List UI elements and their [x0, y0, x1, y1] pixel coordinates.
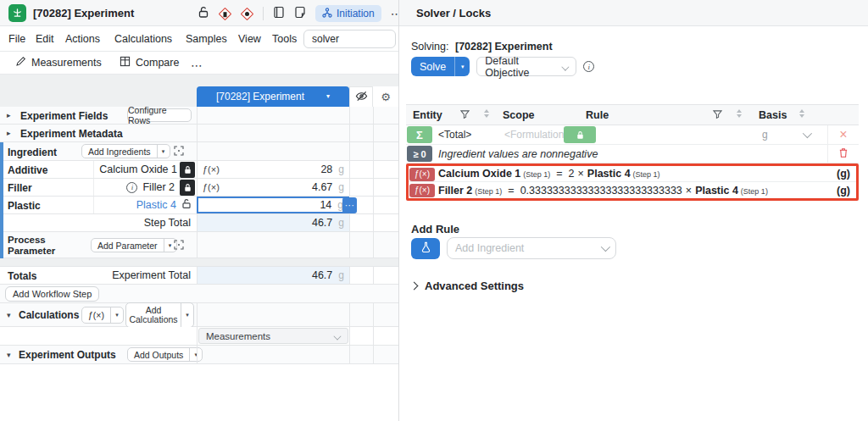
- measurements-label: Measurements: [31, 57, 102, 69]
- close-icon[interactable]: ×: [839, 128, 847, 141]
- process-parameter-label-1: Process: [8, 235, 55, 246]
- lock-icon[interactable]: [180, 162, 195, 178]
- rule-row-calcium-oxide[interactable]: ƒ(×) Calcium Oxide 1 (Step 1) = 2 × Plas…: [409, 166, 856, 182]
- ingredient-value[interactable]: 14: [320, 199, 331, 211]
- value-cell[interactable]: ƒ(×) 4.67 g: [197, 179, 349, 196]
- menu-samples[interactable]: Samples: [186, 33, 227, 45]
- add-ingredient-rule-button[interactable]: [411, 238, 440, 259]
- unit-label: g: [338, 163, 344, 175]
- experiment-fields-label[interactable]: Experiment Fields: [20, 110, 108, 122]
- fx-button[interactable]: ƒ(×) ▾: [81, 307, 124, 324]
- column-tab-experiment[interactable]: [70282] Experiment ▾: [197, 86, 349, 107]
- sheet-settings-button[interactable]: ⚙: [373, 86, 398, 107]
- unit-label: g: [338, 217, 344, 229]
- basis-select-value[interactable]: g: [762, 129, 768, 141]
- lock-icon[interactable]: [180, 180, 195, 196]
- search-input[interactable]: solver: [303, 30, 396, 48]
- value-cell-selected[interactable]: 14 g: [197, 197, 349, 213]
- menu-view[interactable]: View: [238, 33, 261, 45]
- unlock-icon[interactable]: [198, 6, 209, 21]
- hide-column-button[interactable]: [349, 86, 373, 107]
- empty-cell: [373, 267, 398, 284]
- delete-cell[interactable]: [827, 145, 859, 163]
- add-rule-label: Add Rule: [411, 223, 459, 235]
- toolbar-more-button[interactable]: ⋯: [191, 58, 203, 72]
- total-entity[interactable]: <Total>: [438, 129, 471, 141]
- solver-panel-title: Solver / Locks: [399, 0, 868, 26]
- hazard-health-icon[interactable]: [241, 8, 253, 20]
- menu-calculations[interactable]: Calculations: [114, 33, 172, 45]
- lock-rule-button[interactable]: [564, 126, 596, 143]
- row-experiment-outputs: ▾ Experiment Outputs Add Outputs ▾: [0, 346, 398, 364]
- configure-rows-button[interactable]: Configure Rows: [127, 108, 192, 122]
- remove-cell[interactable]: ×: [827, 125, 859, 144]
- add-parameter-button[interactable]: Add Parameter ▾: [91, 238, 177, 252]
- workflow-icon: [322, 8, 332, 20]
- rule-row-nonnegative: ≥ 0 Ingredient values are nonnegative: [406, 145, 859, 163]
- sort-icon[interactable]: [484, 109, 489, 118]
- chevron-down-icon[interactable]: [803, 129, 812, 138]
- expander-icon[interactable]: ▾: [7, 351, 11, 359]
- empty-cell: [349, 107, 373, 124]
- add-workflow-step-button[interactable]: Add Workflow Step: [5, 286, 99, 302]
- app-window: [70282] Experiment Initiation ⋯ File Edi…: [0, 0, 868, 421]
- cell-options-button[interactable]: ···: [342, 197, 357, 213]
- phase-badge[interactable]: Initiation: [315, 5, 381, 22]
- ingredient-value[interactable]: 28: [320, 163, 332, 175]
- scope-placeholder[interactable]: <Formulation>: [504, 129, 570, 141]
- rule-rhs: Plastic 4: [587, 168, 631, 180]
- sort-icon[interactable]: [799, 109, 804, 118]
- info-icon[interactable]: i: [126, 182, 137, 193]
- rule-lhs-step: (Step 1): [475, 187, 502, 196]
- add-calculations-label: Add Calculations: [126, 303, 181, 327]
- menu-edit[interactable]: Edit: [36, 33, 54, 45]
- expander-icon[interactable]: ▾: [7, 311, 11, 319]
- empty-cell: [349, 142, 373, 160]
- chevron-down-icon[interactable]: ▾: [157, 145, 170, 158]
- ingredient-name[interactable]: Filler 2: [142, 181, 175, 193]
- compare-button[interactable]: Compare: [120, 56, 179, 69]
- expander-icon[interactable]: ▸: [7, 129, 11, 137]
- rule-basis: (g): [837, 185, 850, 197]
- info-icon[interactable]: i: [583, 61, 594, 72]
- sort-icon[interactable]: [737, 109, 742, 118]
- measurements-select[interactable]: Measurements: [198, 328, 348, 344]
- formula-icon: ƒ(×): [203, 164, 220, 174]
- advanced-settings-toggle[interactable]: Advanced Settings: [411, 280, 524, 292]
- expand-selection-icon[interactable]: [174, 240, 184, 252]
- chevron-down-icon[interactable]: ▾: [454, 57, 470, 76]
- trash-icon[interactable]: [838, 147, 849, 161]
- add-outputs-label: Add Outputs: [128, 348, 189, 361]
- journal-icon[interactable]: [273, 6, 285, 21]
- menu-tools[interactable]: Tools: [272, 33, 297, 45]
- hazard-flame-icon[interactable]: [219, 8, 231, 20]
- formula-icon: ƒ(×): [203, 182, 220, 192]
- ingredient-name[interactable]: Calcium Oxide 1: [99, 163, 177, 175]
- ingredient-value[interactable]: 4.67: [312, 181, 332, 193]
- expander-icon[interactable]: ▸: [7, 111, 11, 119]
- value-cell[interactable]: ƒ(×) 28 g: [197, 161, 349, 178]
- notes-icon[interactable]: [294, 6, 306, 21]
- chevron-down-icon[interactable]: ▾: [110, 307, 123, 323]
- menu-actions[interactable]: Actions: [65, 33, 100, 45]
- ingredient-name-link[interactable]: Plastic 4: [136, 199, 176, 211]
- menu-file[interactable]: File: [8, 33, 25, 45]
- empty-cell: [373, 142, 398, 160]
- measurements-button[interactable]: Measurements: [15, 56, 102, 69]
- add-ingredient-select[interactable]: Add Ingredient: [447, 237, 616, 259]
- expand-selection-icon[interactable]: [174, 146, 184, 158]
- rule-row-filler[interactable]: ƒ(×) Filler 2 (Step 1) = 0.3333333333333…: [409, 182, 856, 198]
- experiment-metadata-label[interactable]: Experiment Metadata: [20, 128, 123, 140]
- filter-icon[interactable]: [460, 109, 470, 122]
- rules-table-header: Entity Scope Rule Basis: [406, 104, 859, 125]
- objective-select[interactable]: Default Objective: [476, 57, 576, 76]
- ingredient-category: Additive: [8, 164, 47, 176]
- add-calculations-button[interactable]: Add Calculations ▾: [125, 302, 194, 328]
- add-ingredients-button[interactable]: Add Ingredients ▾: [81, 144, 170, 158]
- chevron-down-icon[interactable]: ▾: [181, 303, 193, 327]
- unlock-icon[interactable]: [181, 198, 192, 212]
- solve-button[interactable]: Solve ▾: [411, 57, 470, 76]
- add-outputs-button[interactable]: Add Outputs ▾: [127, 347, 203, 362]
- filter-icon[interactable]: [713, 109, 722, 122]
- objective-value: Default Objective: [485, 55, 561, 79]
